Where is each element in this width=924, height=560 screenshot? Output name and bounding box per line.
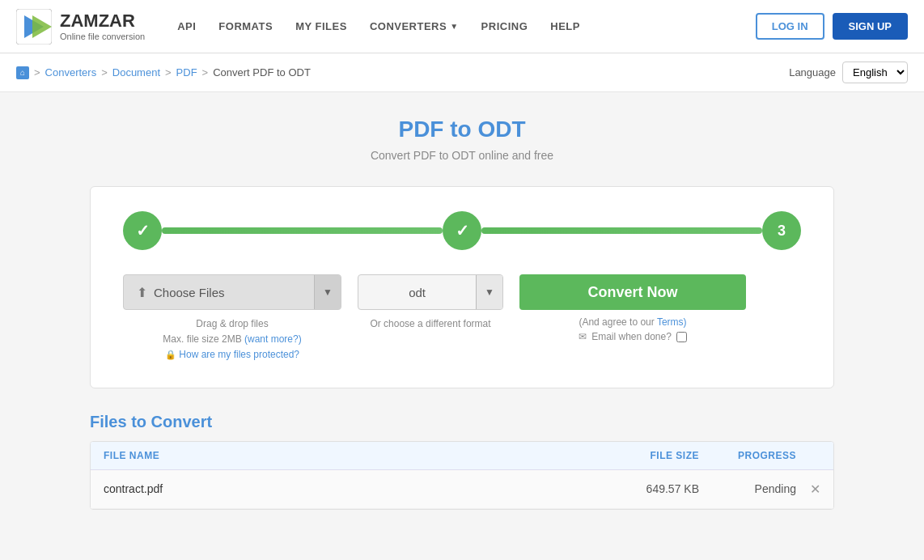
controls-row: ⬆ Choose Files ▼ Drag & drop files Max. … xyxy=(123,274,801,363)
language-area: Language English xyxy=(789,62,908,83)
row-filename: contract.pdf xyxy=(104,482,602,495)
choose-files-chevron-icon: ▼ xyxy=(323,286,333,298)
terms-link[interactable]: Terms) xyxy=(657,316,687,328)
remove-file-button[interactable]: ✕ xyxy=(810,482,820,497)
header-actions: LOG IN SIGN UP xyxy=(756,13,908,40)
email-when-done-label: Email when done? xyxy=(591,331,672,342)
step-line-1 xyxy=(162,227,443,234)
email-row: ✉ Email when done? xyxy=(579,331,687,342)
breadcrumb-converters[interactable]: Converters xyxy=(45,66,97,78)
language-select[interactable]: English xyxy=(842,62,908,83)
format-select-group: odt ▼ Or choose a different format xyxy=(358,274,503,332)
nav-formats[interactable]: FORMATS xyxy=(218,20,273,32)
files-rows: contract.pdf 649.57 KB Pending ✕ xyxy=(91,470,833,509)
file-size-hint: Max. file size 2MB xyxy=(163,333,241,345)
step-2: ✓ xyxy=(443,211,481,250)
row-progress: Pending xyxy=(699,482,796,495)
nav-api[interactable]: API xyxy=(177,20,196,32)
format-dropdown-arrow[interactable]: ▼ xyxy=(476,275,502,309)
main-nav: API FORMATS MY FILES CONVERTERS ▼ PRICIN… xyxy=(177,20,756,32)
choose-files-group: ⬆ Choose Files ▼ Drag & drop files Max. … xyxy=(123,274,341,363)
nav-pricing[interactable]: PRICING xyxy=(481,20,528,32)
want-more-link[interactable]: (want more?) xyxy=(244,333,302,345)
col-header-progress: PROGRESS xyxy=(699,450,796,461)
home-icon[interactable]: ⌂ xyxy=(16,66,29,79)
convert-group: Convert Now (And agree to our Terms) ✉ E… xyxy=(519,274,746,342)
step-1: ✓ xyxy=(123,211,162,250)
nav-help[interactable]: HELP xyxy=(550,20,580,32)
format-chevron-icon: ▼ xyxy=(485,286,494,298)
files-title-highlight: Convert xyxy=(151,413,213,431)
email-icon: ✉ xyxy=(579,331,587,342)
lock-icon: 🔒 xyxy=(165,350,176,359)
drag-drop-hint: Drag & drop files xyxy=(196,318,268,329)
converter-card: ✓ ✓ 3 ⬆ Choose Files ▼ xyxy=(90,186,834,388)
choose-files-dropdown-arrow[interactable]: ▼ xyxy=(314,275,341,309)
email-when-done-checkbox[interactable] xyxy=(676,332,687,342)
files-table: FILE NAME FILE SIZE PROGRESS contract.pd… xyxy=(90,441,834,510)
step-2-checkmark: ✓ xyxy=(456,221,469,240)
files-title: Files to Convert xyxy=(90,413,834,431)
choose-files-button[interactable]: ⬆ Choose Files ▼ xyxy=(123,274,341,310)
breadcrumb-bar: ⌂ > Converters > Document > PDF > Conver… xyxy=(0,53,924,92)
logo[interactable]: ZAMZAR Online file conversion xyxy=(16,9,145,45)
table-row: contract.pdf 649.57 KB Pending ✕ xyxy=(91,470,833,509)
step-3-label: 3 xyxy=(778,223,786,240)
breadcrumb: ⌂ > Converters > Document > PDF > Conver… xyxy=(16,66,311,79)
signup-button[interactable]: SIGN UP xyxy=(833,13,908,40)
col-header-filename: FILE NAME xyxy=(104,450,602,461)
language-label: Language xyxy=(789,66,836,78)
step-1-checkmark: ✓ xyxy=(136,221,150,240)
nav-converters[interactable]: CONVERTERS ▼ xyxy=(370,20,459,32)
steps-container: ✓ ✓ 3 xyxy=(123,211,801,250)
nav-my-files[interactable]: MY FILES xyxy=(295,20,347,32)
choose-files-main[interactable]: ⬆ Choose Files xyxy=(124,285,314,300)
terms-text: (And agree to our Terms) xyxy=(579,316,687,328)
step-3: 3 xyxy=(762,211,801,250)
row-filesize: 649.57 KB xyxy=(602,482,699,495)
logo-icon xyxy=(16,9,52,45)
choose-files-label: Choose Files xyxy=(154,286,225,299)
files-title-static: Files to xyxy=(90,413,146,431)
col-header-filesize: FILE SIZE xyxy=(602,450,699,461)
files-table-header: FILE NAME FILE SIZE PROGRESS xyxy=(91,442,833,470)
row-action: ✕ xyxy=(796,482,820,497)
step-line-2 xyxy=(481,227,762,234)
main-content: PDF to ODT Convert PDF to ODT online and… xyxy=(74,92,850,534)
header: ZAMZAR Online file conversion API FORMAT… xyxy=(0,0,924,53)
format-select[interactable]: odt ▼ xyxy=(358,274,503,310)
convert-info: (And agree to our Terms) ✉ Email when do… xyxy=(579,316,687,342)
format-value: odt xyxy=(358,286,476,299)
files-section: Files to Convert FILE NAME FILE SIZE PRO… xyxy=(90,413,834,510)
page-title: PDF to ODT xyxy=(90,117,834,142)
upload-icon: ⬆ xyxy=(137,285,147,300)
file-protection-link[interactable]: How are my files protected? xyxy=(179,349,299,360)
breadcrumb-current: Convert PDF to ODT xyxy=(213,66,311,78)
login-button[interactable]: LOG IN xyxy=(756,13,824,40)
format-hint-text: Or choose a different format xyxy=(370,318,490,329)
breadcrumb-document[interactable]: Document xyxy=(112,66,160,78)
col-header-action xyxy=(796,450,820,461)
page-subtitle: Convert PDF to ODT online and free xyxy=(90,149,834,162)
converters-chevron-icon: ▼ xyxy=(450,22,458,31)
choose-files-hint: Drag & drop files Max. file size 2MB (wa… xyxy=(163,316,301,363)
convert-now-button[interactable]: Convert Now xyxy=(519,274,746,310)
logo-tagline: Online file conversion xyxy=(60,32,145,41)
format-hint: Or choose a different format xyxy=(370,316,490,332)
breadcrumb-pdf[interactable]: PDF xyxy=(176,66,197,78)
logo-name: ZAMZAR xyxy=(60,11,145,31)
